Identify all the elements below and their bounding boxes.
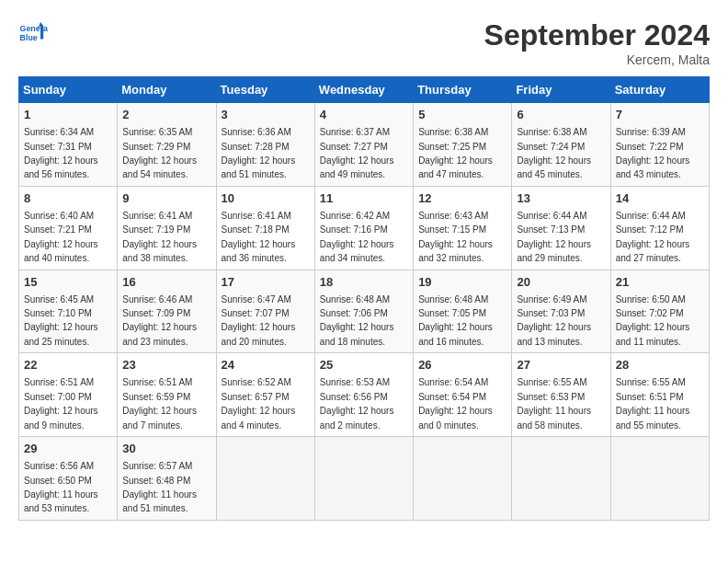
day-number: 9 xyxy=(122,190,210,207)
calendar-cell: 12Sunrise: 6:43 AM Sunset: 7:15 PM Dayli… xyxy=(414,186,512,270)
day-info: Sunrise: 6:46 AM Sunset: 7:09 PM Dayligh… xyxy=(122,294,197,347)
day-info: Sunrise: 6:41 AM Sunset: 7:19 PM Dayligh… xyxy=(122,211,197,263)
calendar-cell: 14Sunrise: 6:44 AM Sunset: 7:12 PM Dayli… xyxy=(610,186,709,270)
day-number: 14 xyxy=(616,190,704,207)
day-info: Sunrise: 6:52 AM Sunset: 6:57 PM Dayligh… xyxy=(222,377,296,430)
day-info: Sunrise: 6:38 AM Sunset: 7:24 PM Dayligh… xyxy=(517,127,591,179)
dow-header-friday: Friday xyxy=(512,77,610,103)
calendar-table: SundayMondayTuesdayWednesdayThursdayFrid… xyxy=(18,76,710,521)
calendar-week-1: 1Sunrise: 6:34 AM Sunset: 7:31 PM Daylig… xyxy=(19,103,710,187)
logo: General Blue xyxy=(18,18,48,48)
day-number: 28 xyxy=(616,357,704,373)
calendar-cell: 9Sunrise: 6:41 AM Sunset: 7:19 PM Daylig… xyxy=(118,186,216,270)
day-number: 21 xyxy=(616,274,704,291)
day-number: 24 xyxy=(222,357,310,373)
day-info: Sunrise: 6:34 AM Sunset: 7:31 PM Dayligh… xyxy=(24,127,98,179)
day-info: Sunrise: 6:37 AM Sunset: 7:27 PM Dayligh… xyxy=(320,127,394,179)
day-number: 1 xyxy=(24,107,112,123)
day-number: 29 xyxy=(24,441,112,457)
calendar-cell: 17Sunrise: 6:47 AM Sunset: 7:07 PM Dayli… xyxy=(216,270,314,353)
calendar-cell: 4Sunrise: 6:37 AM Sunset: 7:27 PM Daylig… xyxy=(314,103,413,187)
day-info: Sunrise: 6:51 AM Sunset: 6:59 PM Dayligh… xyxy=(122,377,197,430)
day-number: 25 xyxy=(320,357,408,373)
page-header: General Blue September 2024 Kercem, Malt… xyxy=(18,18,710,67)
day-info: Sunrise: 6:41 AM Sunset: 7:18 PM Dayligh… xyxy=(222,211,296,263)
calendar-cell: 5Sunrise: 6:38 AM Sunset: 7:25 PM Daylig… xyxy=(414,103,512,187)
day-info: Sunrise: 6:45 AM Sunset: 7:10 PM Dayligh… xyxy=(24,294,98,347)
day-number: 13 xyxy=(517,190,605,207)
calendar-cell: 28Sunrise: 6:55 AM Sunset: 6:51 PM Dayli… xyxy=(610,353,709,437)
day-number: 3 xyxy=(222,107,310,123)
logo-icon: General Blue xyxy=(18,18,48,48)
day-info: Sunrise: 6:38 AM Sunset: 7:25 PM Dayligh… xyxy=(418,127,493,179)
dow-header-thursday: Thursday xyxy=(414,77,512,103)
calendar-cell: 13Sunrise: 6:44 AM Sunset: 7:13 PM Dayli… xyxy=(512,186,610,270)
location-subtitle: Kercem, Malta xyxy=(484,52,710,67)
day-info: Sunrise: 6:49 AM Sunset: 7:03 PM Dayligh… xyxy=(517,294,591,347)
day-number: 6 xyxy=(517,107,605,123)
day-info: Sunrise: 6:57 AM Sunset: 6:48 PM Dayligh… xyxy=(122,461,197,513)
calendar-cell xyxy=(512,437,610,521)
dow-header-tuesday: Tuesday xyxy=(216,77,314,103)
calendar-cell: 8Sunrise: 6:40 AM Sunset: 7:21 PM Daylig… xyxy=(19,186,118,270)
day-info: Sunrise: 6:39 AM Sunset: 7:22 PM Dayligh… xyxy=(616,127,690,179)
calendar-cell: 23Sunrise: 6:51 AM Sunset: 6:59 PM Dayli… xyxy=(118,353,216,437)
calendar-week-3: 15Sunrise: 6:45 AM Sunset: 7:10 PM Dayli… xyxy=(19,270,710,353)
title-block: September 2024 Kercem, Malta xyxy=(484,18,710,67)
day-number: 19 xyxy=(418,274,506,291)
calendar-cell xyxy=(314,437,413,521)
day-number: 18 xyxy=(320,274,408,291)
month-title: September 2024 xyxy=(484,18,710,52)
day-info: Sunrise: 6:48 AM Sunset: 7:06 PM Dayligh… xyxy=(320,294,394,347)
calendar-cell: 25Sunrise: 6:53 AM Sunset: 6:56 PM Dayli… xyxy=(314,353,413,437)
calendar-cell: 20Sunrise: 6:49 AM Sunset: 7:03 PM Dayli… xyxy=(512,270,610,353)
calendar-cell: 11Sunrise: 6:42 AM Sunset: 7:16 PM Dayli… xyxy=(314,186,413,270)
dow-header-saturday: Saturday xyxy=(610,77,709,103)
day-info: Sunrise: 6:50 AM Sunset: 7:02 PM Dayligh… xyxy=(616,294,690,347)
day-number: 30 xyxy=(122,441,210,457)
day-number: 12 xyxy=(418,190,506,207)
day-info: Sunrise: 6:56 AM Sunset: 6:50 PM Dayligh… xyxy=(24,461,98,513)
day-number: 7 xyxy=(616,107,704,123)
dow-header-wednesday: Wednesday xyxy=(314,77,413,103)
day-number: 20 xyxy=(517,274,605,291)
calendar-cell: 7Sunrise: 6:39 AM Sunset: 7:22 PM Daylig… xyxy=(610,103,709,187)
day-info: Sunrise: 6:54 AM Sunset: 6:54 PM Dayligh… xyxy=(418,377,493,430)
day-info: Sunrise: 6:36 AM Sunset: 7:28 PM Dayligh… xyxy=(222,127,296,179)
day-number: 8 xyxy=(24,190,112,207)
calendar-cell xyxy=(610,437,709,521)
day-info: Sunrise: 6:53 AM Sunset: 6:56 PM Dayligh… xyxy=(320,377,394,430)
day-number: 11 xyxy=(320,190,408,207)
dow-header-sunday: Sunday xyxy=(19,77,118,103)
calendar-cell: 26Sunrise: 6:54 AM Sunset: 6:54 PM Dayli… xyxy=(414,353,512,437)
calendar-cell: 1Sunrise: 6:34 AM Sunset: 7:31 PM Daylig… xyxy=(19,103,118,187)
calendar-cell: 29Sunrise: 6:56 AM Sunset: 6:50 PM Dayli… xyxy=(19,437,118,521)
day-info: Sunrise: 6:35 AM Sunset: 7:29 PM Dayligh… xyxy=(122,127,197,179)
day-number: 4 xyxy=(320,107,408,123)
day-number: 2 xyxy=(122,107,210,123)
calendar-cell: 21Sunrise: 6:50 AM Sunset: 7:02 PM Dayli… xyxy=(610,270,709,353)
calendar-cell: 3Sunrise: 6:36 AM Sunset: 7:28 PM Daylig… xyxy=(216,103,314,187)
calendar-cell: 30Sunrise: 6:57 AM Sunset: 6:48 PM Dayli… xyxy=(118,437,216,521)
day-info: Sunrise: 6:43 AM Sunset: 7:15 PM Dayligh… xyxy=(418,211,493,263)
calendar-cell: 2Sunrise: 6:35 AM Sunset: 7:29 PM Daylig… xyxy=(118,103,216,187)
calendar-cell: 22Sunrise: 6:51 AM Sunset: 7:00 PM Dayli… xyxy=(19,353,118,437)
calendar-cell: 16Sunrise: 6:46 AM Sunset: 7:09 PM Dayli… xyxy=(118,270,216,353)
day-info: Sunrise: 6:55 AM Sunset: 6:51 PM Dayligh… xyxy=(616,377,690,430)
day-info: Sunrise: 6:42 AM Sunset: 7:16 PM Dayligh… xyxy=(320,211,394,263)
calendar-cell: 10Sunrise: 6:41 AM Sunset: 7:18 PM Dayli… xyxy=(216,186,314,270)
day-number: 15 xyxy=(24,274,112,291)
calendar-cell: 18Sunrise: 6:48 AM Sunset: 7:06 PM Dayli… xyxy=(314,270,413,353)
svg-text:Blue: Blue xyxy=(20,33,38,42)
day-info: Sunrise: 6:44 AM Sunset: 7:12 PM Dayligh… xyxy=(616,211,690,263)
day-number: 17 xyxy=(222,274,310,291)
calendar-cell: 19Sunrise: 6:48 AM Sunset: 7:05 PM Dayli… xyxy=(414,270,512,353)
day-info: Sunrise: 6:55 AM Sunset: 6:53 PM Dayligh… xyxy=(517,377,591,430)
day-number: 27 xyxy=(517,357,605,373)
day-number: 5 xyxy=(418,107,506,123)
day-info: Sunrise: 6:47 AM Sunset: 7:07 PM Dayligh… xyxy=(222,294,296,347)
calendar-cell xyxy=(414,437,512,521)
calendar-week-2: 8Sunrise: 6:40 AM Sunset: 7:21 PM Daylig… xyxy=(19,186,710,270)
dow-header-monday: Monday xyxy=(118,77,216,103)
svg-text:General: General xyxy=(20,24,48,33)
